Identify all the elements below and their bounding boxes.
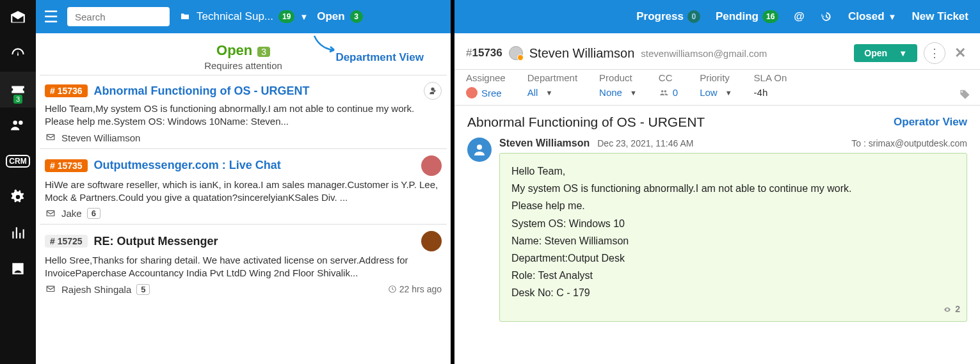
- menu-button[interactable]: ☰: [44, 7, 58, 27]
- svg-point-4: [477, 145, 482, 150]
- chevron-down-icon: ▼: [545, 89, 552, 97]
- sidebar-item-users[interactable]: [0, 107, 36, 143]
- detail-header: #15736 Steven Williamson stevenwilliamso…: [454, 33, 980, 69]
- chevron-down-icon: ▼: [630, 89, 637, 97]
- status-count: 3: [350, 10, 363, 23]
- message-to: To : srimax@outputdesk.com: [851, 138, 967, 148]
- department-selector[interactable]: Technical Sup... 19 ▼: [179, 10, 308, 23]
- new-ticket-button[interactable]: New Ticket: [912, 10, 968, 23]
- chevron-down-icon: ▼: [300, 12, 308, 22]
- reply-count: 5: [136, 284, 150, 295]
- filter-progress[interactable]: Progress 0: [636, 10, 700, 23]
- ticket-subject[interactable]: Abnormal Functioning of OS - URGENT: [94, 84, 310, 98]
- message-content: Hello Team, My system OS is functioning …: [499, 153, 967, 322]
- sender-avatar: [421, 231, 442, 251]
- envelope-icon: [45, 285, 56, 294]
- gauge-icon: [10, 45, 26, 62]
- department-label: Technical Sup...: [197, 10, 273, 23]
- prop-department[interactable]: Department All▼: [527, 72, 599, 99]
- history-icon: [820, 10, 833, 23]
- ticket-number: #15736: [466, 47, 502, 59]
- chevron-down-icon: ▼: [888, 12, 897, 22]
- customer-name[interactable]: Steven Williamson: [529, 46, 635, 61]
- ticket-sender: Rajesh Shingala: [61, 284, 131, 295]
- list-topbar: ☰ Technical Sup... 19 ▼ Open 3: [36, 0, 451, 33]
- message-from: Steven Williamson: [499, 138, 590, 149]
- envelope-icon: [45, 209, 56, 218]
- customer-email: stevenwilliamson@gmail.com: [641, 48, 767, 59]
- ticket-subject[interactable]: Outputmessenger.com : Live Chat: [94, 159, 281, 172]
- customer-avatar[interactable]: [509, 46, 523, 60]
- mentions-button[interactable]: @: [794, 10, 805, 23]
- ticket-row[interactable]: # 15736 Abnormal Functioning of OS - URG…: [40, 75, 447, 148]
- ticket-subject-full: Abnormal Functioning of OS - URGENT: [467, 115, 881, 130]
- chevron-down-icon: ▼: [899, 49, 907, 58]
- sidebar-item-contacts[interactable]: [0, 251, 36, 287]
- history-button[interactable]: [820, 10, 833, 23]
- ticket-time: 22 hrs ago: [388, 284, 442, 294]
- sender-avatar: [421, 155, 442, 176]
- envelope-icon: [45, 133, 56, 142]
- ticket-id-badge: # 15735: [45, 159, 88, 172]
- sidebar-item-crm[interactable]: CRM: [0, 143, 36, 179]
- status-selector[interactable]: Open 3: [317, 10, 362, 23]
- filter-closed[interactable]: Closed ▼: [848, 10, 897, 23]
- sidebar-tickets-badge: 3: [13, 95, 22, 104]
- status-dropdown[interactable]: Open ▼: [854, 44, 917, 62]
- users-icon: [10, 117, 26, 134]
- reply-count: 6: [87, 208, 100, 219]
- list-header: Open 3 Requires attention Department Vie…: [36, 33, 451, 75]
- more-actions-button[interactable]: ⋮: [924, 42, 945, 64]
- ticket-properties: Assignee Sree Department All▼ Product No…: [454, 69, 980, 106]
- message-view-count: 2: [942, 302, 960, 317]
- department-view-link[interactable]: Department View: [335, 51, 424, 64]
- svg-rect-1: [47, 210, 54, 216]
- search-input-wrapper[interactable]: [67, 7, 170, 26]
- sidebar-item-tickets[interactable]: 3: [0, 72, 36, 107]
- search-input[interactable]: [74, 11, 163, 23]
- prop-priority[interactable]: Priority Low▼: [700, 72, 753, 99]
- ticket-row[interactable]: # 15735 Outputmessenger.com : Live Chat …: [40, 148, 447, 225]
- chevron-down-icon: ▼: [725, 89, 732, 97]
- message-date: Dec 23, 2021, 11:46 AM: [597, 138, 693, 148]
- close-detail-button[interactable]: ✕: [952, 45, 968, 61]
- crm-icon: CRM: [6, 155, 29, 168]
- message-avatar: [467, 138, 492, 162]
- message: Steven Williamson Dec 23, 2021, 11:46 AM…: [454, 132, 980, 332]
- ticket-list: # 15736 Abnormal Functioning of OS - URG…: [36, 75, 451, 300]
- assign-user-icon[interactable]: [424, 82, 442, 100]
- operator-view-link[interactable]: Operator View: [894, 116, 967, 129]
- ticket-preview: Hello Team,My system OS is functioning a…: [45, 102, 442, 129]
- ticket-preview: HiWe are software reseller, which is ian…: [45, 178, 442, 205]
- prop-product[interactable]: Product None▼: [599, 72, 659, 99]
- ticket-sender: Jake: [61, 208, 82, 219]
- ticket-detail-pane: Progress 0 Pending 16 @ Closed ▼ New Tic…: [454, 0, 980, 364]
- sidebar-item-reports[interactable]: [0, 215, 36, 251]
- bar-chart-icon: [10, 225, 26, 241]
- gears-icon: [10, 189, 26, 205]
- ticket-preview: Hello Sree,Thanks for sharing detail. We…: [45, 254, 442, 280]
- assignee-avatar-icon: [466, 87, 478, 99]
- clock-icon: [388, 285, 397, 294]
- eye-icon: [942, 306, 952, 313]
- sidebar-item-inbox[interactable]: [0, 0, 36, 36]
- detail-topbar: Progress 0 Pending 16 @ Closed ▼ New Tic…: [454, 0, 980, 33]
- filter-pending[interactable]: Pending 16: [716, 10, 778, 23]
- sidebar-item-dashboard[interactable]: [0, 36, 36, 72]
- prop-cc[interactable]: CC 0: [659, 72, 700, 99]
- ticket-id-badge: # 15725: [45, 235, 88, 248]
- folder-icon: [179, 12, 191, 22]
- detail-subject-row: Abnormal Functioning of OS - URGENT Oper…: [454, 106, 980, 132]
- prop-assignee[interactable]: Assignee Sree: [466, 72, 527, 99]
- ticket-row[interactable]: # 15725 RE: Output Messenger Hello Sree,…: [40, 224, 447, 300]
- arrow-annotation-icon: [312, 35, 338, 54]
- tag-icon[interactable]: [958, 89, 971, 105]
- app-sidebar: 3 CRM: [0, 0, 36, 364]
- ticket-subject[interactable]: RE: Output Messenger: [94, 235, 218, 248]
- list-status-title: Open: [216, 42, 252, 58]
- ticket-list-pane: ☰ Technical Sup... 19 ▼ Open 3 Open 3 Re…: [36, 0, 454, 364]
- status-label: Open: [317, 10, 344, 23]
- prop-sla: SLA On -4h: [754, 72, 809, 99]
- sidebar-item-settings[interactable]: [0, 179, 36, 215]
- envelope-open-icon: [10, 10, 26, 26]
